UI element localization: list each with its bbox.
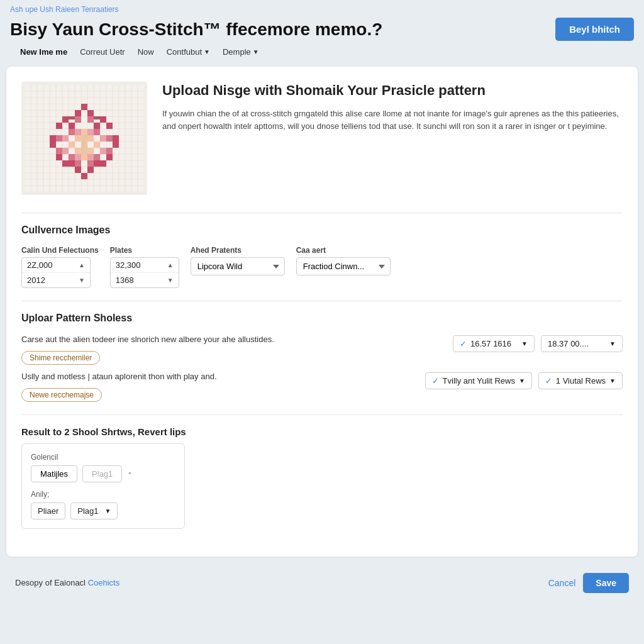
svg-rect-54 — [75, 167, 81, 173]
navigation: New Ime me Correut Uetr Now Contfubut ▼ … — [10, 46, 634, 58]
plates-up-arrow[interactable]: ▲ — [167, 262, 174, 269]
results-btn1b[interactable]: Plag1 — [82, 465, 122, 482]
svg-rect-53 — [100, 160, 106, 167]
svg-rect-46 — [50, 142, 56, 148]
upload-row-2: Uslly and motless | ataun aplorenit thon… — [21, 371, 623, 402]
footer-right: Cancel Save — [548, 573, 629, 593]
ahed-select-wrapper: Ahed Pratents Lipcora Wild — [191, 246, 285, 288]
results-btn2a[interactable]: Pliaer — [31, 502, 65, 519]
svg-rect-84 — [87, 148, 94, 154]
upload-row2-sel2[interactable]: ✓ 1 Viutal Rews ▼ — [538, 372, 623, 389]
footer-desc: Desopy of Eaionacl — [15, 578, 86, 587]
main-card: Upload Nisge with Shomaik Your Prasicle … — [6, 67, 638, 557]
page-title: Bisy Yaun Cross-Stitch™ ffecemore memo.? — [10, 19, 382, 40]
upload-row2-sel1[interactable]: ✓ Tvilly ant Yulit Rews ▼ — [425, 372, 532, 389]
plates-label: Plates — [110, 246, 179, 255]
calin-val1: 2Z,000 — [27, 260, 52, 270]
calin-label: Calin Und Felectuons — [21, 246, 99, 255]
calin-stepper[interactable]: 2Z,000 ▲ 2012 ▼ — [21, 257, 91, 288]
filters-row: Calin Und Felectuons 2Z,000 ▲ 2012 ▼ Pla… — [21, 246, 623, 288]
chevron-down-icon: ▼ — [253, 48, 259, 55]
upload-row1-left: Carse aut the alien todeer ine slnorich … — [21, 334, 443, 365]
svg-rect-57 — [75, 116, 81, 123]
upload-row2-right: ✓ Tvilly ant Yulit Rews ▼ ✓ 1 Viutal Rew… — [425, 372, 623, 389]
chevron-icon-4: ▼ — [609, 377, 616, 384]
upload-row1-sel1[interactable]: ✓ 16.57 1616 ▼ — [453, 335, 535, 352]
svg-rect-60 — [94, 129, 100, 135]
caa-select-wrapper: Caa aert Fractiod Cinwn... — [296, 246, 391, 288]
plates-down-arrow[interactable]: ▼ — [167, 277, 174, 284]
chevron-icon-5: ▼ — [105, 508, 111, 514]
ahed-label: Ahed Pratents — [191, 246, 285, 255]
svg-rect-87 — [81, 148, 87, 154]
svg-rect-35 — [81, 104, 87, 110]
ahed-select[interactable]: Lipcora Wild — [191, 257, 285, 275]
svg-rect-73 — [62, 148, 69, 154]
svg-rect-56 — [81, 173, 87, 179]
svg-rect-65 — [69, 154, 75, 160]
svg-rect-89 — [94, 116, 100, 119]
cullvernce-title: Cullvernce Images — [21, 225, 623, 236]
results-dots-1: • — [128, 469, 131, 478]
svg-rect-76 — [87, 154, 94, 160]
svg-rect-67 — [75, 160, 81, 167]
check-icon-2: ✓ — [432, 376, 439, 386]
plates-stepper[interactable]: 32,300 ▲ 1368 ▼ — [110, 257, 179, 288]
svg-rect-71 — [62, 135, 69, 142]
svg-rect-41 — [69, 123, 75, 129]
svg-rect-48 — [56, 154, 62, 160]
results-inputs-1: Matijles Plag1 • — [31, 465, 175, 482]
svg-rect-58 — [87, 116, 94, 123]
upload-row-1: Carse aut the alien todeer ine slnorich … — [21, 334, 623, 365]
svg-rect-64 — [106, 148, 113, 154]
caa-select[interactable]: Fractiod Cinwn... — [296, 257, 391, 275]
svg-rect-38 — [62, 116, 69, 123]
svg-rect-59 — [69, 129, 75, 135]
upload-row1-right: ✓ 16.57 1616 ▼ 18.37 00.... ▼ — [453, 335, 623, 352]
calin-filter: Calin Und Felectuons 2Z,000 ▲ 2012 ▼ — [21, 246, 99, 288]
calin-val2: 2012 — [27, 275, 45, 285]
upload-row1-sel2[interactable]: 18.37 00.... ▼ — [541, 335, 623, 352]
svg-rect-50 — [62, 160, 69, 167]
nav-item-contfubut[interactable]: Contfubut ▼ — [167, 46, 210, 58]
footer-link[interactable]: Coehicts — [88, 578, 120, 587]
svg-rect-39 — [100, 116, 106, 123]
nav-item-new[interactable]: New Ime me — [20, 46, 67, 58]
svg-rect-72 — [100, 135, 106, 142]
chevron-icon-2: ▼ — [609, 340, 616, 347]
cancel-button[interactable]: Cancel — [548, 578, 576, 588]
results-section: Result to 2 Shool Shrtws, Revert lips Go… — [21, 426, 623, 529]
caa-label: Caa aert — [296, 246, 391, 255]
results-inputs-2: Pliaer Plag1 ▼ — [31, 502, 175, 519]
svg-rect-78 — [81, 129, 87, 135]
nav-item-correut[interactable]: Correut Uetr — [80, 46, 125, 58]
upload-row1-tag[interactable]: Shime recchemiler — [21, 351, 100, 365]
nav-item-now[interactable]: Now — [138, 46, 154, 58]
save-button[interactable]: Save — [583, 573, 629, 593]
svg-rect-36 — [75, 110, 81, 116]
results-label1: Golencil — [31, 453, 175, 462]
calin-up-arrow[interactable]: ▲ — [79, 262, 85, 269]
footer-left: Desopy of Eaionacl Coehicts — [15, 578, 119, 587]
svg-rect-37 — [87, 110, 94, 116]
header-button[interactable]: Beyl bhitch — [555, 18, 634, 41]
upload-row2-tag[interactable]: Newe recchemajse — [21, 388, 102, 402]
plates-val2: 1368 — [116, 275, 134, 285]
svg-rect-43 — [106, 123, 113, 129]
results-btn2b[interactable]: Plag1 ▼ — [70, 502, 118, 519]
svg-rect-86 — [81, 142, 87, 148]
results-box: Golencil Matijles Plag1 • Anily; Pliaer … — [21, 443, 185, 529]
svg-rect-51 — [69, 160, 75, 167]
svg-rect-44 — [50, 135, 56, 142]
upload-row1-desc: Carse aut the alien todeer ine slnorich … — [21, 334, 443, 346]
svg-rect-61 — [56, 135, 62, 142]
nav-item-demple[interactable]: Demple ▼ — [223, 46, 259, 58]
upload-section: Uploar Pattern Sholess Carse aut the ali… — [21, 313, 623, 402]
svg-rect-75 — [75, 154, 81, 160]
svg-rect-74 — [100, 148, 106, 154]
svg-rect-88 — [69, 116, 75, 119]
results-label2: Anily; — [31, 490, 175, 499]
results-btn1a[interactable]: Matijles — [31, 465, 77, 482]
calin-down-arrow[interactable]: ▼ — [79, 277, 85, 284]
hero-description: If youwin chian the of at cross-stitch g… — [162, 108, 623, 133]
